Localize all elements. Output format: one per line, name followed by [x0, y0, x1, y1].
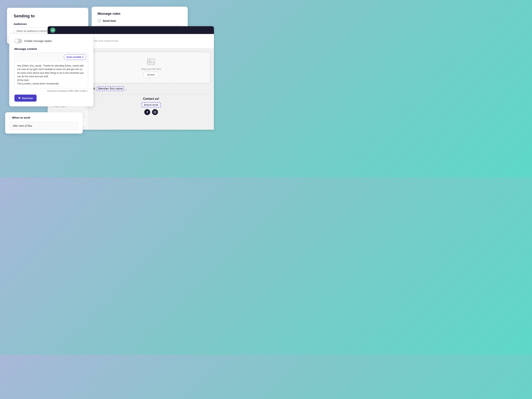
send-test-button[interactable]: 👁 Send test — [14, 95, 37, 101]
browse-button[interactable]: Browse — [144, 72, 159, 78]
message-rules-title: Message rules — [98, 12, 182, 16]
image-upload-icon — [147, 57, 156, 66]
message-content-card: Enable message replies Message content I… — [9, 34, 93, 106]
drop-zone[interactable]: Drop your file here Browse — [92, 52, 210, 83]
divider — [92, 94, 210, 94]
chevron-down-icon: ▾ — [82, 56, 83, 58]
app-logo: G — [50, 27, 55, 33]
chevron-right-icon: › — [10, 116, 11, 119]
svg-point-3 — [154, 112, 156, 113]
when-to-send-value[interactable]: After start of flow — [10, 122, 78, 130]
contact-title: Contact us! — [143, 97, 159, 101]
when-to-send-card: › When to send After start of flow — [5, 112, 83, 133]
contact-section: Contact us! Branch email — [92, 97, 210, 115]
social-icons — [144, 109, 158, 115]
drop-label: Drop your file here — [141, 68, 161, 70]
send-time-label: Send time — [103, 19, 116, 22]
app-topbar: G — [48, 26, 214, 34]
chars-remaining: Characters remaining: 5/306 | SMS Credit… — [14, 90, 88, 92]
svg-rect-2 — [154, 111, 156, 113]
sending-to-title: Sending to — [14, 14, 82, 19]
when-to-send-title: When to send — [12, 116, 30, 119]
editor-toolbar: Insert variable ▾ — [15, 53, 88, 62]
toggle-knob — [15, 39, 19, 43]
message-textarea[interactable]: Hey [Client_first_name], Thanks for atte… — [15, 62, 88, 87]
branch-email-tag: Branch email — [141, 102, 161, 107]
eye-icon: 👁 — [18, 97, 21, 100]
message-content-label: Message content — [14, 47, 88, 51]
facebook-icon — [144, 109, 150, 115]
message-editor: Insert variable ▾ Hey [Client_first_name… — [14, 53, 88, 88]
instagram-icon — [152, 109, 158, 115]
svg-rect-0 — [147, 59, 155, 65]
clock-icon: 🕐 — [98, 19, 101, 23]
enable-replies-toggle[interactable] — [14, 39, 22, 43]
right-panel: Drop your file here Browse Hi Member fir… — [88, 48, 214, 130]
member-first-name-tag: Member first name — [97, 86, 124, 91]
when-header: › When to send — [10, 116, 78, 119]
enable-replies-label: Enable message replies — [24, 39, 52, 43]
insert-variable-button[interactable]: Insert variable ▾ — [64, 54, 86, 60]
email-preview-row: Hi Member first name , — [92, 86, 210, 91]
toggle-row: Enable message replies — [14, 39, 88, 43]
audiences-label: Audiences — [14, 23, 82, 25]
